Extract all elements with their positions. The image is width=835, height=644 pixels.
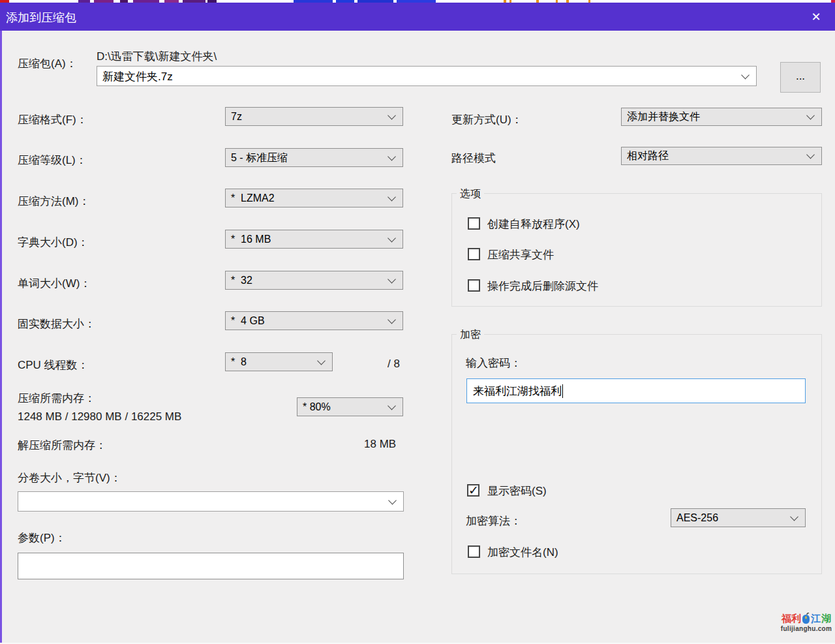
encryption-method-dropdown[interactable]: AES-256 (671, 508, 806, 527)
chevron-down-icon (806, 151, 815, 159)
watermark-part1: 福利 (782, 613, 801, 624)
update-mode-dropdown[interactable]: 添加并替换文件 (621, 108, 822, 126)
chevron-down-icon (387, 234, 396, 242)
chevron-down-icon (387, 111, 396, 119)
watermark-domain: fulijianghu.com (780, 625, 832, 632)
path-mode-value: 相对路径 (627, 149, 669, 163)
chevron-down-icon (387, 192, 396, 201)
watermark-part2: 江 (811, 613, 821, 624)
password-value: 来福利江湖找福利 (473, 384, 562, 399)
level-label: 压缩等级(L)： (18, 153, 87, 168)
solid-block-dropdown[interactable]: * 4 GB (225, 311, 403, 330)
check-icon: ✓ (468, 483, 479, 498)
password-input[interactable]: 来福利江湖找福利 (466, 378, 806, 403)
volume-size-combobox[interactable] (18, 491, 404, 512)
chevron-down-icon (806, 112, 815, 120)
archive-name-value: 新建文件夹.7z (102, 69, 173, 84)
dialog-left-edge (0, 31, 2, 644)
method-dropdown[interactable]: * LZMA2 (225, 189, 403, 207)
chevron-down-icon (387, 275, 396, 283)
archive-label: 压缩包(A)： (18, 56, 77, 71)
create-sfx-checkbox[interactable] (468, 217, 480, 230)
decompress-memory-value: 18 MB (364, 438, 396, 451)
browse-button[interactable]: ... (780, 62, 821, 93)
memory-usage-label: 压缩所需内存： (18, 391, 95, 406)
parameters-input[interactable] (18, 553, 404, 579)
word-size-label: 单词大小(W)： (18, 276, 91, 291)
encrypt-filenames-label: 加密文件名(N) (487, 545, 558, 560)
decompress-memory-label: 解压缩所需内存： (18, 438, 106, 453)
solid-block-value: * 4 GB (231, 315, 265, 327)
memory-usage-detail: 1248 MB / 12980 MB / 16225 MB (18, 410, 181, 423)
dictionary-label: 字典大小(D)： (18, 235, 89, 250)
solid-block-label: 固实数据大小： (18, 316, 95, 331)
show-password-label: 显示密码(S) (487, 483, 547, 498)
update-mode-label: 更新方式(U)： (451, 112, 523, 127)
browse-button-label: ... (796, 70, 805, 83)
create-sfx-label: 创建自释放程序(X) (487, 217, 580, 232)
cpu-threads-dropdown[interactable]: * 8 (225, 352, 333, 371)
format-value: 7z (231, 111, 242, 123)
delete-after-label: 操作完成后删除源文件 (487, 279, 598, 294)
chevron-down-icon (388, 496, 397, 504)
mouse-icon (802, 612, 810, 624)
cpu-threads-label: CPU 线程数： (18, 358, 89, 373)
format-dropdown[interactable]: 7z (225, 107, 403, 126)
parameters-label: 参数(P)： (18, 530, 66, 545)
encryption-method-value: AES-256 (676, 512, 718, 524)
path-mode-dropdown[interactable]: 相对路径 (621, 147, 822, 165)
watermark-title: 福利 江湖 (780, 612, 832, 624)
word-size-dropdown[interactable]: * 32 (225, 271, 403, 290)
chevron-down-icon (317, 356, 326, 365)
method-label: 压缩方法(M)： (18, 194, 89, 209)
chevron-down-icon (790, 512, 798, 521)
dictionary-value: * 16 MB (231, 234, 271, 245)
compress-shared-label: 压缩共享文件 (487, 247, 554, 262)
word-size-value: * 32 (231, 275, 252, 286)
chevron-down-icon (741, 70, 750, 79)
memory-percent-value: * 80% (303, 401, 331, 413)
archive-name-combobox[interactable]: 新建文件夹.7z (97, 66, 757, 86)
method-value: * LZMA2 (231, 192, 275, 204)
dictionary-dropdown[interactable]: * 16 MB (225, 230, 403, 249)
chevron-down-icon (387, 401, 396, 410)
chevron-down-icon (387, 315, 396, 324)
compress-shared-checkbox[interactable] (468, 248, 480, 260)
cpu-threads-value: * 8 (231, 356, 247, 368)
dialog-title: 添加到压缩包 (6, 10, 76, 25)
format-label: 压缩格式(F)： (18, 112, 87, 127)
archive-dir-path: D:\迅雷下载\新建文件夹\ (97, 49, 217, 64)
text-caret (562, 384, 563, 398)
close-icon[interactable]: ✕ (805, 7, 827, 27)
options-group-legend: 选项 (457, 187, 484, 201)
level-value: 5 - 标准压缩 (231, 151, 288, 164)
volume-size-label: 分卷大小，字节(V)： (18, 470, 121, 485)
encryption-method-label: 加密算法： (466, 514, 521, 529)
watermark-logo: 福利 江湖 fulijianghu.com (780, 612, 832, 632)
watermark-part3: 湖 (821, 613, 831, 624)
show-password-checkbox[interactable]: ✓ (467, 484, 479, 497)
path-mode-label: 路径模式 (451, 151, 496, 166)
encrypt-filenames-checkbox[interactable] (468, 545, 480, 558)
memory-percent-dropdown[interactable]: * 80% (297, 397, 403, 416)
level-dropdown[interactable]: 5 - 标准压缩 (225, 148, 403, 167)
encryption-group-legend: 加密 (457, 328, 484, 342)
delete-after-checkbox[interactable] (468, 279, 480, 292)
cpu-threads-max: / 8 (387, 358, 400, 371)
chevron-down-icon (387, 152, 396, 161)
update-mode-value: 添加并替换文件 (627, 110, 700, 124)
password-label: 输入密码： (466, 356, 521, 371)
add-to-archive-dialog: 添加到压缩包 ✕ 压缩包(A)： D:\迅雷下载\新建文件夹\ 新建文件夹.7z… (0, 0, 835, 644)
dialog-titlebar: 添加到压缩包 ✕ (0, 3, 835, 31)
